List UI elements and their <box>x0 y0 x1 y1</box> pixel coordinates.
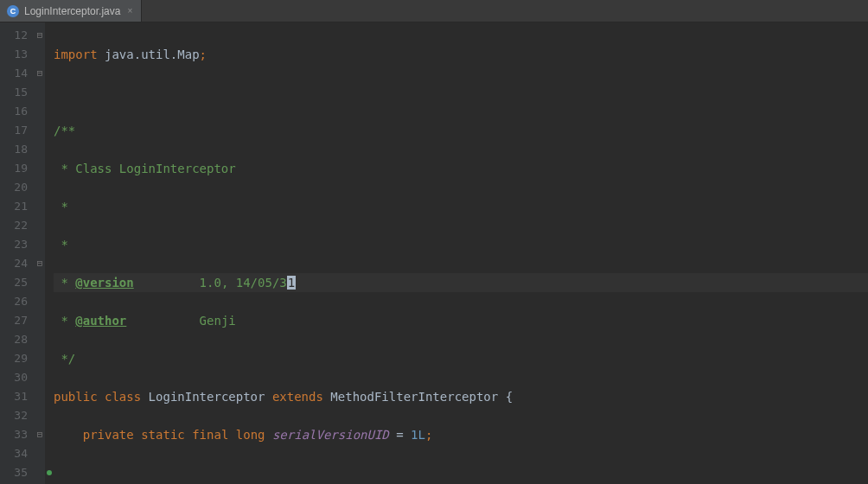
fold-marker <box>35 235 45 254</box>
vcs-change-marker <box>45 64 54 83</box>
line-number: 23 <box>0 235 28 254</box>
javadoc-tag: @author <box>75 314 126 328</box>
javadoc-tag: @version <box>75 276 133 290</box>
line-number: 19 <box>0 159 28 178</box>
fold-marker <box>35 311 45 330</box>
vcs-change-marker <box>45 121 54 140</box>
line-number: 17 <box>0 121 28 140</box>
fold-marker <box>35 45 45 64</box>
javadoc: * <box>54 314 75 328</box>
vcs-change-marker <box>45 254 54 273</box>
fold-marker <box>35 197 45 216</box>
line-number: 30 <box>0 368 28 387</box>
fold-marker <box>35 216 45 235</box>
line-number: 34 <box>0 444 28 463</box>
vcs-change-marker <box>45 83 54 102</box>
vcs-change-marker <box>45 463 54 482</box>
javadoc: */ <box>54 352 75 366</box>
identifier: java.util.Map <box>98 48 200 61</box>
fold-marker <box>35 273 45 292</box>
line-number: 18 <box>0 140 28 159</box>
fold-marker <box>35 292 45 311</box>
keyword: extends <box>272 390 323 404</box>
tab-filename: LoginInterceptor.java <box>24 5 120 17</box>
fold-marker <box>35 140 45 159</box>
keyword: class <box>105 390 141 404</box>
vcs-change-marker <box>45 425 54 444</box>
punct: ; <box>425 428 432 442</box>
line-number: 16 <box>0 102 28 121</box>
fold-marker <box>35 387 45 406</box>
line-number: 28 <box>0 330 28 349</box>
close-icon[interactable]: × <box>125 7 134 16</box>
keyword: public <box>54 390 98 404</box>
line-number: 29 <box>0 349 28 368</box>
line-number: 33 <box>0 425 28 444</box>
caret: 1 <box>287 276 296 290</box>
line-number: 14 <box>0 64 28 83</box>
fold-gutter[interactable]: ⊟⊟⊟⊟ <box>35 22 45 484</box>
javadoc: /** <box>54 124 75 137</box>
line-number: 20 <box>0 178 28 197</box>
java-class-icon: C <box>7 5 19 17</box>
javadoc: Class LoginInterceptor <box>75 162 235 175</box>
fold-marker <box>35 463 45 482</box>
fold-marker <box>35 406 45 425</box>
line-number: 24 <box>0 254 28 273</box>
line-number: 27 <box>0 311 28 330</box>
vcs-change-marker <box>45 140 54 159</box>
vcs-change-marker <box>45 235 54 254</box>
fold-marker[interactable]: ⊟ <box>35 26 45 45</box>
vcs-change-marker <box>45 178 54 197</box>
javadoc: * <box>54 200 68 213</box>
vcs-change-marker <box>45 197 54 216</box>
fold-marker[interactable]: ⊟ <box>35 254 45 273</box>
code-area[interactable]: import java.util.Map; /** * Class LoginI… <box>54 22 868 484</box>
fold-marker <box>35 178 45 197</box>
fold-marker <box>35 83 45 102</box>
editor-tab[interactable]: C LoginInterceptor.java × <box>0 0 142 22</box>
number: 1L <box>411 428 425 442</box>
keyword: static <box>141 428 185 442</box>
editor-tab-bar: C LoginInterceptor.java × <box>0 0 868 22</box>
line-number: 26 <box>0 292 28 311</box>
class-name: LoginInterceptor <box>149 390 265 404</box>
javadoc: Genji <box>126 314 235 328</box>
fold-marker[interactable]: ⊟ <box>35 64 45 83</box>
line-number: 22 <box>0 216 28 235</box>
keyword: final <box>192 428 228 442</box>
javadoc: * <box>54 276 75 290</box>
javadoc: * <box>54 162 75 175</box>
javadoc: * <box>54 238 68 252</box>
fold-marker[interactable]: ⊟ <box>35 425 45 444</box>
vcs-change-marker <box>45 387 54 406</box>
fold-marker <box>35 349 45 368</box>
vcs-change-marker <box>45 406 54 425</box>
vcs-change-marker <box>45 330 54 349</box>
line-number: 12 <box>0 26 28 45</box>
vcs-change-marker <box>45 159 54 178</box>
keyword: private <box>83 428 134 442</box>
punct: ; <box>200 48 207 61</box>
fold-marker <box>35 444 45 463</box>
field: serialVersionUID <box>272 428 389 442</box>
vcs-change-marker <box>45 216 54 235</box>
line-number: 31 <box>0 387 28 406</box>
fold-marker <box>35 330 45 349</box>
vcs-change-marker <box>45 368 54 387</box>
fold-marker <box>35 121 45 140</box>
line-number: 25 <box>0 273 28 292</box>
code-editor[interactable]: 1213141516171819202122232425262728293031… <box>0 22 868 484</box>
vcs-change-marker <box>45 311 54 330</box>
line-number: 32 <box>0 406 28 425</box>
line-number: 15 <box>0 83 28 102</box>
identifier: MethodFilterInterceptor { <box>330 390 513 404</box>
fold-marker <box>35 102 45 121</box>
op: = <box>389 428 411 442</box>
line-number: 21 <box>0 197 28 216</box>
vcs-change-marker <box>45 102 54 121</box>
vcs-change-marker <box>45 26 54 45</box>
vcs-change-marker <box>45 273 54 292</box>
fold-marker <box>35 159 45 178</box>
line-number: 13 <box>0 45 28 64</box>
